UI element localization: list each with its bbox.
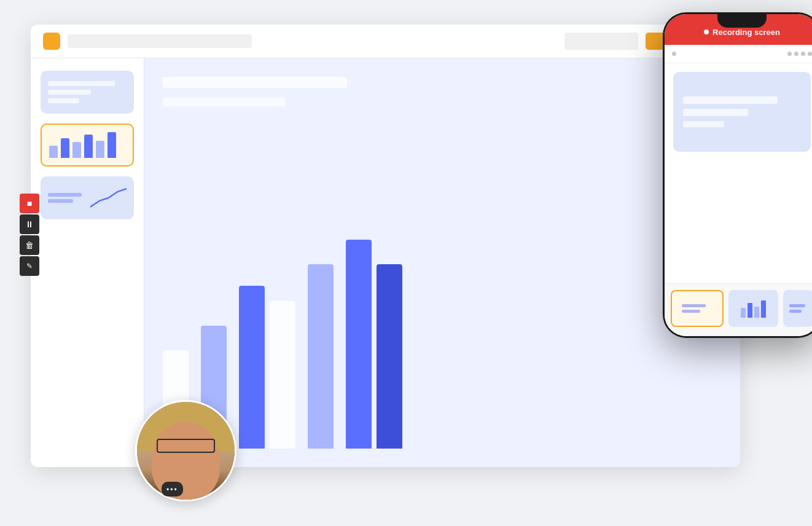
phone-spacer	[665, 160, 812, 283]
chart-title-bar	[163, 77, 347, 88]
trash-icon: 🗑	[25, 240, 34, 250]
browser-search-bar	[564, 33, 638, 50]
phone-dot-5	[808, 52, 812, 56]
chart-bar-3a	[239, 286, 265, 449]
recording-label: Recording screen	[704, 28, 780, 37]
trend-line-1	[48, 193, 82, 197]
phone-dot-2	[787, 52, 792, 56]
bar-group-3	[239, 286, 295, 449]
phone-notch	[717, 14, 767, 28]
phone-thumb-3[interactable]	[783, 290, 812, 327]
scene: ■ ⏸ 🗑 ✎ •••	[0, 0, 812, 526]
chart-subtitle-bar	[163, 98, 286, 106]
chart-bar-3b	[270, 301, 295, 449]
stop-icon: ■	[27, 198, 32, 208]
avatar-dots-icon: •••	[166, 485, 178, 494]
mini-bar-2	[61, 138, 69, 158]
sidebar-card-trend[interactable]	[41, 176, 134, 219]
pause-icon: ⏸	[25, 219, 34, 229]
browser-logo	[43, 33, 60, 50]
stop-button[interactable]: ■	[20, 194, 39, 213]
chart-bar-5a	[346, 240, 372, 449]
avatar-options-badge[interactable]: •••	[162, 482, 183, 497]
phone-dot-3	[794, 52, 798, 56]
phone-thumb-2[interactable]	[728, 290, 779, 327]
phone-dot-1	[672, 52, 676, 56]
sidebar-card-chart[interactable]	[41, 124, 134, 167]
phone-main-card	[673, 72, 811, 152]
phone-card-bar-2	[683, 109, 748, 116]
edit-icon: ✎	[26, 262, 33, 270]
recording-text: Recording screen	[712, 28, 780, 37]
phone-dots-row	[787, 52, 812, 56]
phone-thumb-1[interactable]	[671, 290, 724, 327]
chart-bar-4a	[308, 264, 334, 449]
sidebar-card-bar-2	[48, 90, 91, 95]
mini-bar-6	[107, 132, 116, 158]
user-avatar-image	[137, 402, 235, 500]
phone-thumb-bars	[741, 299, 766, 318]
sidebar	[31, 58, 144, 467]
mini-bar-3	[72, 142, 81, 158]
trend-line-2	[48, 199, 73, 203]
phone-dot-4	[801, 52, 805, 56]
mini-bar-4	[84, 135, 93, 158]
chart-bars-area	[163, 116, 722, 449]
chart-bar-5b	[377, 264, 402, 449]
recording-dot	[704, 29, 709, 34]
phone-thumbnail-row	[665, 283, 812, 336]
mini-bar-5	[96, 141, 104, 158]
chart-container	[163, 77, 722, 449]
sidebar-card-bar-1	[48, 81, 115, 86]
pause-button[interactable]: ⏸	[20, 214, 39, 234]
bar-group-5	[346, 240, 402, 449]
trend-chart-icon	[90, 186, 127, 210]
phone-thumb-3-text	[789, 304, 807, 313]
mini-bar-1	[49, 146, 58, 158]
phone-card-bar-3	[683, 121, 724, 127]
phone-recording-bar: Recording screen	[665, 14, 812, 45]
delete-button[interactable]: 🗑	[20, 235, 39, 255]
phone-mockup: Recording screen	[663, 12, 812, 338]
sidebar-card-text[interactable]	[41, 71, 134, 114]
phone-thumb-text	[682, 304, 712, 313]
browser-url-bar	[68, 34, 252, 48]
user-avatar-container	[135, 400, 236, 501]
bar-group-4	[308, 264, 334, 449]
browser-topbar	[31, 25, 740, 58]
edit-button[interactable]: ✎	[20, 256, 39, 276]
phone-card-bar-1	[683, 96, 778, 104]
phone-screen: Recording screen	[665, 14, 812, 336]
phone-topbar	[665, 45, 812, 63]
sidebar-card-bar-3	[48, 98, 79, 103]
browser-window	[31, 25, 740, 467]
toolbar-buttons: ■ ⏸ 🗑 ✎	[20, 194, 39, 276]
